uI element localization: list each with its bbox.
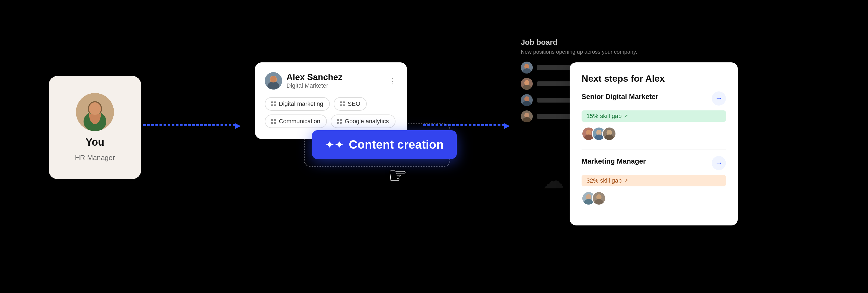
job2-avatars: [582, 191, 726, 205]
alex-avatar: [265, 72, 282, 90]
chip-icon-comm: [271, 119, 276, 124]
skill-chip-digital-marketing: Digital marketing: [265, 97, 330, 111]
next-steps-card: Next steps for Alex Senior Digital Marke…: [569, 62, 738, 226]
job1-header-row: Senior Digital Marketer →: [582, 91, 726, 106]
job1-avatars: [582, 127, 726, 141]
alex-job-title: Digital Marketer: [286, 82, 342, 89]
content-creation-card: ✦✦ Content creation: [312, 130, 457, 159]
three-dots-menu[interactable]: ⋮: [389, 77, 397, 85]
content-creation-text: Content creation: [349, 138, 444, 151]
job-board-title: Job board: [521, 38, 651, 47]
job2-skill-gap-badge: 32% skill gap ↗: [582, 175, 726, 186]
chip-icon: [271, 101, 276, 106]
ns-av-3: [602, 127, 616, 141]
external-link-icon-1: ↗: [624, 113, 628, 119]
stars-icon: ✦✦: [325, 138, 344, 151]
next-steps-title: Next steps for Alex: [582, 73, 726, 84]
job1-skill-gap-text: 15% skill gap: [586, 113, 622, 120]
chip-icon-analytics: [337, 119, 342, 124]
svg-point-3: [89, 102, 101, 115]
you-card: You HR Manager: [49, 76, 141, 179]
you-name: You: [86, 137, 104, 148]
you-avatar: [76, 93, 114, 131]
job2-title: Marketing Manager: [582, 157, 646, 166]
job1-skill-gap-badge: 15% skill gap ↗: [582, 110, 726, 122]
chip-icon-seo: [340, 101, 345, 106]
skill-chip-seo: SEO: [334, 97, 367, 111]
alex-info: Alex Sanchez Digital Marketer: [286, 72, 342, 89]
alex-header-left: Alex Sanchez Digital Marketer: [265, 72, 342, 90]
cursor-icon: ☞: [388, 163, 407, 188]
jb-avatar-1: [521, 62, 533, 74]
job2-arrow-btn[interactable]: →: [712, 156, 726, 170]
you-role: HR Manager: [75, 153, 115, 162]
alex-name: Alex Sanchez: [286, 72, 342, 82]
job1-arrow-btn[interactable]: →: [712, 91, 726, 106]
cloud-icon: ☁: [542, 168, 564, 194]
job2-header-row: Marketing Manager →: [582, 156, 726, 170]
jb-avatar-2: [521, 78, 533, 90]
divider: [582, 149, 726, 149]
external-link-icon-2: ↗: [624, 178, 628, 184]
job2-skill-gap-text: 32% skill gap: [586, 177, 622, 184]
jb-avatar-3: [521, 94, 533, 106]
jb-avatar-4: [521, 110, 533, 122]
job-board-subtitle: New positions opening up across your com…: [521, 49, 651, 55]
skill-label-digital: Digital marketing: [279, 100, 323, 108]
alex-header: Alex Sanchez Digital Marketer ⋮: [265, 72, 397, 90]
arrow-left: [143, 125, 246, 126]
skill-label-seo: SEO: [348, 100, 360, 108]
svg-point-7: [271, 76, 276, 83]
job1-title: Senior Digital Marketer: [582, 92, 658, 101]
ns-av-5: [592, 191, 606, 205]
